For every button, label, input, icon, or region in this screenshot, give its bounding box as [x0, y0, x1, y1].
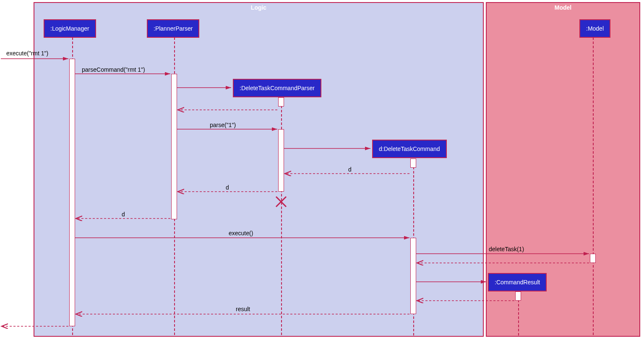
msg-execute: execute()	[229, 230, 253, 237]
logic-frame: Logic	[34, 2, 484, 337]
participant-commandresult: :CommandResult	[488, 273, 547, 291]
participant-plannerparser: :PlannerParser	[147, 19, 199, 38]
participant-logicmanager: :LogicManager	[44, 19, 96, 38]
participant-deletetaskcommandparser: :DeleteTaskCommandParser	[233, 79, 321, 97]
activation-model-deletetask	[590, 254, 596, 263]
activation-plannerparser	[171, 74, 177, 219]
activation-dtcparser-parse	[278, 129, 284, 192]
msg-d3: d	[122, 211, 125, 218]
logic-frame-title: Logic	[251, 4, 266, 11]
activation-logicmanager	[69, 59, 75, 326]
participant-deletetaskcommand: d:DeleteTaskCommand	[372, 140, 447, 158]
msg-d2: d	[226, 184, 229, 191]
activation-dtc-create	[410, 159, 416, 168]
lifeline-model	[593, 37, 594, 335]
msg-parse1: parse("1")	[210, 122, 236, 128]
activation-commandresult	[515, 291, 521, 301]
msg-result: result	[236, 306, 250, 312]
msg-execute-rmt1: execute("rmt 1")	[6, 50, 48, 57]
msg-deletetask: deleteTask(1)	[489, 246, 524, 252]
participant-model: :Model	[579, 19, 610, 38]
activation-dtc-execute	[410, 238, 416, 314]
msg-parsecommand: parseCommand("rmt 1")	[82, 66, 145, 73]
activation-dtcparser-create	[278, 97, 284, 107]
msg-d1: d	[348, 166, 352, 173]
model-frame-title: Model	[555, 4, 571, 11]
